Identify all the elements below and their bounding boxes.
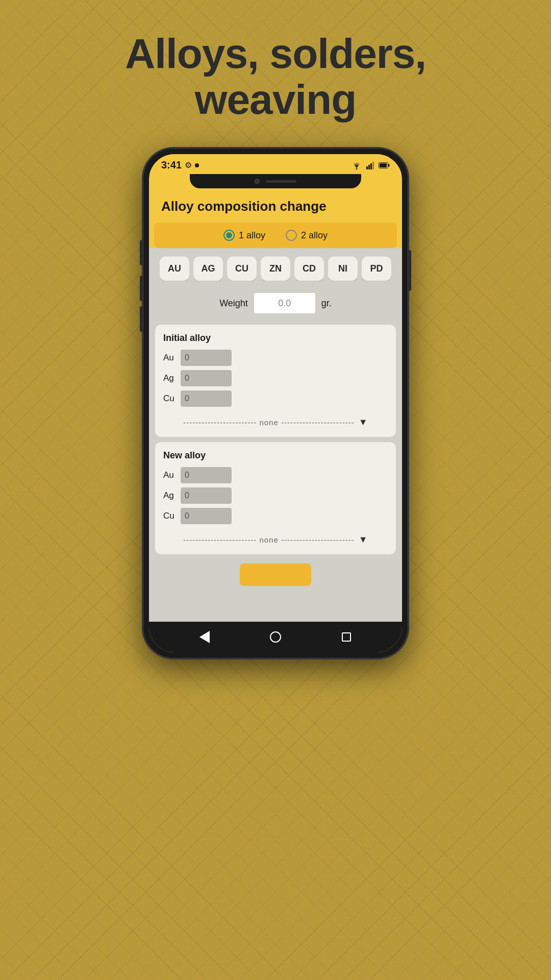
main-title: Alloys, solders,weaving: [20, 31, 531, 122]
back-icon: [199, 631, 210, 643]
app-header-title: Alloy composition change: [161, 199, 390, 214]
radio-2alloy[interactable]: 2 alloy: [286, 230, 328, 241]
initial-ag-row: Ag: [163, 370, 388, 386]
calculate-button[interactable]: [240, 564, 311, 586]
new-cu-label: Cu: [163, 511, 176, 521]
elements-section: AU AG CU ZN CD: [149, 248, 402, 321]
weight-label: Weight: [219, 298, 248, 309]
nav-back-button[interactable]: [195, 628, 214, 646]
svg-rect-11: [380, 163, 387, 167]
nav-home-button[interactable]: [266, 628, 285, 646]
element-PD[interactable]: PD: [362, 256, 391, 281]
svg-rect-8: [370, 163, 372, 169]
initial-cu-label: Cu: [163, 394, 176, 404]
battery-icon: [379, 162, 390, 168]
radio-2alloy-circle[interactable]: [286, 230, 297, 241]
new-ag-label: Ag: [163, 491, 176, 501]
gear-icon: ⚙: [185, 160, 192, 170]
initial-ag-label: Ag: [163, 373, 176, 383]
new-dropdown-text: ------------------------ none ----------…: [183, 535, 354, 544]
home-icon: [270, 631, 281, 643]
radio-selector-bar: 1 alloy 2 alloy: [154, 223, 397, 248]
status-bar: 3:41 ⚙: [149, 154, 402, 174]
svg-rect-6: [366, 166, 368, 169]
initial-au-input[interactable]: [181, 350, 232, 366]
new-alloy-title: New alloy: [163, 450, 388, 461]
initial-alloy-card: Initial alloy Au Ag Cu: [155, 325, 396, 437]
radio-2alloy-label: 2 alloy: [301, 230, 328, 241]
radio-1alloy-circle[interactable]: [223, 230, 235, 241]
elements-row: AU AG CU ZN CD: [149, 248, 402, 289]
new-cu-row: Cu: [163, 508, 388, 524]
wifi-icon: [351, 161, 362, 169]
recent-icon: [342, 632, 351, 642]
nav-recent-button[interactable]: [337, 628, 356, 646]
new-ag-row: Ag: [163, 487, 388, 504]
initial-alloy-dropdown[interactable]: ------------------------ none ----------…: [163, 414, 388, 431]
new-dropdown-arrow[interactable]: ▼: [359, 534, 368, 545]
new-au-row: Au: [163, 467, 388, 483]
initial-ag-input[interactable]: [181, 370, 232, 386]
status-right-icons: [351, 161, 390, 169]
new-alloy-card: New alloy Au Ag Cu: [155, 442, 396, 554]
new-cu-input[interactable]: [181, 508, 232, 524]
speaker-grille: [266, 180, 296, 183]
element-CU[interactable]: CU: [227, 256, 257, 281]
new-au-input[interactable]: [181, 467, 232, 483]
new-ag-input[interactable]: [181, 487, 232, 504]
bottom-navigation: [149, 622, 402, 652]
weight-row: Weight gr.: [149, 289, 402, 321]
initial-alloy-title: Initial alloy: [163, 333, 388, 344]
initial-dropdown-text: ------------------------ none ----------…: [183, 418, 354, 427]
svg-point-5: [356, 168, 358, 169]
title-area: Alloys, solders,weaving: [0, 0, 551, 143]
initial-cu-row: Cu: [163, 390, 388, 407]
app-header: Alloy composition change: [149, 188, 402, 223]
camera-lens: [255, 179, 260, 184]
element-AG[interactable]: AG: [193, 256, 223, 281]
status-time: 3:41: [161, 159, 182, 171]
initial-au-label: Au: [163, 353, 176, 363]
svg-rect-9: [372, 162, 374, 169]
phone-outer-shell: 3:41 ⚙: [143, 148, 408, 658]
calc-btn-area: [155, 559, 396, 590]
element-AU[interactable]: AU: [160, 256, 189, 281]
svg-rect-12: [388, 164, 390, 166]
weight-input[interactable]: [254, 293, 315, 313]
new-alloy-dropdown[interactable]: ------------------------ none ----------…: [163, 531, 388, 548]
signal-icon: [366, 161, 374, 169]
radio-1alloy-label: 1 alloy: [239, 230, 265, 241]
element-ZN[interactable]: ZN: [261, 256, 290, 281]
new-au-label: Au: [163, 470, 176, 480]
svg-rect-7: [368, 165, 370, 169]
initial-cu-input[interactable]: [181, 390, 232, 407]
phone-notch: [190, 174, 361, 188]
weight-unit: gr.: [321, 298, 332, 309]
initial-au-row: Au: [163, 350, 388, 366]
phone-screen: 3:41 ⚙: [149, 154, 402, 652]
status-left: 3:41 ⚙: [161, 159, 199, 171]
phone-device: 3:41 ⚙: [143, 148, 408, 658]
status-dot: [195, 163, 199, 167]
initial-dropdown-arrow[interactable]: ▼: [359, 417, 368, 428]
app-content: Alloy composition change 1 alloy 2 alloy: [149, 188, 402, 622]
element-NI[interactable]: NI: [328, 256, 358, 281]
element-CD[interactable]: CD: [294, 256, 324, 281]
radio-1alloy[interactable]: 1 alloy: [223, 230, 265, 241]
alloy-section: Initial alloy Au Ag Cu: [149, 321, 402, 622]
